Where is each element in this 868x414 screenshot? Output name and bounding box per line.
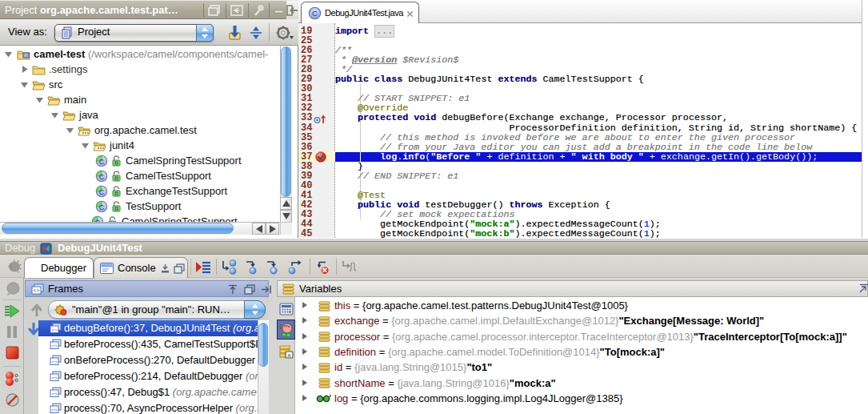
svg-text:C: C bbox=[99, 158, 105, 166]
svg-text:<>: <> bbox=[51, 344, 58, 349]
svg-text:<>: <> bbox=[51, 360, 58, 365]
svg-text:<>: <> bbox=[51, 376, 58, 381]
svg-text:C: C bbox=[99, 203, 105, 211]
svg-text:<>: <> bbox=[51, 328, 58, 333]
svg-text:<>: <> bbox=[51, 408, 58, 413]
svg-text:A: A bbox=[287, 353, 290, 358]
svg-text:C: C bbox=[99, 188, 105, 196]
svg-text:C: C bbox=[312, 9, 318, 18]
svg-text:<>: <> bbox=[51, 392, 58, 397]
svg-text:C: C bbox=[99, 173, 105, 181]
svg-text:<>: <> bbox=[34, 288, 40, 294]
